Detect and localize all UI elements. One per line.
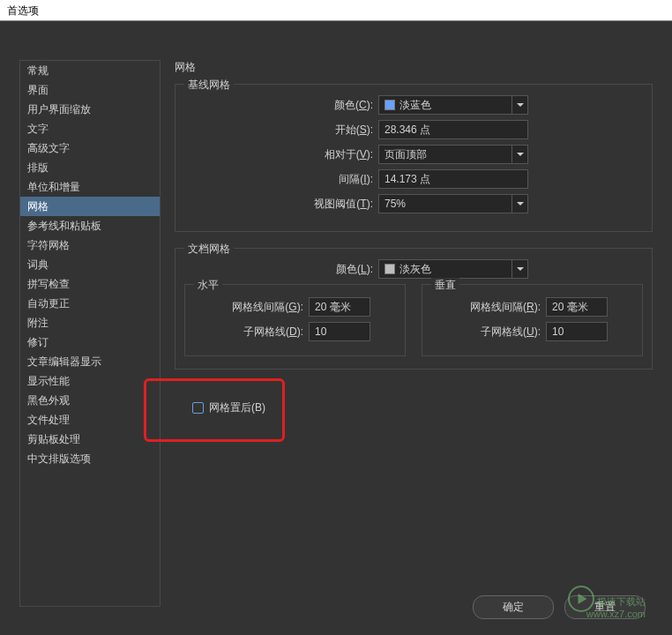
preferences-sidebar[interactable]: 常规界面用户界面缩放文字高级文字排版单位和增量网格参考线和粘贴板字符网格词典拼写… (19, 60, 161, 607)
sidebar-item-16[interactable]: 显示性能 (20, 371, 160, 391)
baseline-color-swatch (385, 100, 395, 110)
h-subdiv-input[interactable] (309, 322, 370, 341)
panel-title: 网格 (175, 60, 653, 75)
v-subdiv-label: 子网格线(U): (431, 325, 546, 340)
vertical-legend: 垂直 (431, 278, 459, 293)
baseline-relative-dropdown[interactable]: 页面顶部 (378, 145, 528, 164)
v-gridline-input[interactable] (546, 297, 608, 317)
sidebar-item-4[interactable]: 高级文字 (20, 138, 160, 158)
baseline-color-label: 颜色(C): (184, 98, 378, 113)
chevron-down-icon (511, 96, 527, 114)
sidebar-item-2[interactable]: 用户界面缩放 (20, 100, 160, 119)
document-color-value: 淡灰色 (399, 262, 431, 277)
sidebar-item-6[interactable]: 单位和增量 (20, 177, 160, 197)
baseline-threshold-dropdown[interactable]: 75% (378, 194, 528, 213)
grids-in-back-label: 网格置后(B) (209, 400, 265, 415)
sidebar-item-7[interactable]: 网格 (20, 197, 160, 216)
document-color-dropdown[interactable]: 淡灰色 (378, 259, 528, 279)
v-gridline-label: 网格线间隔(R): (431, 300, 546, 315)
dialog-title: 首选项 (7, 4, 39, 17)
baseline-start-label: 开始(S): (184, 123, 378, 138)
baseline-spacing-label: 间隔(I): (184, 172, 378, 187)
dialog-body: 常规界面用户界面缩放文字高级文字排版单位和增量网格参考线和粘贴板字符网格词典拼写… (0, 21, 672, 635)
sidebar-item-1[interactable]: 界面 (20, 80, 160, 100)
chevron-down-icon (511, 260, 527, 278)
grids-in-back-row[interactable]: 网格置后(B) (192, 400, 265, 415)
dialog-buttons: 确定 重置 (473, 595, 646, 619)
sidebar-item-18[interactable]: 文件处理 (20, 410, 160, 430)
baseline-color-dropdown[interactable]: 淡蓝色 (378, 95, 528, 115)
chevron-down-icon (511, 195, 527, 213)
dialog-title-bar: 首选项 (0, 0, 672, 21)
horizontal-group: 水平 网格线间隔(G): 子网格线(D): (184, 284, 406, 356)
document-grid-group: 文档网格 颜色(L): 淡灰色 水平 网格线间隔(G): 子 (175, 248, 653, 370)
sidebar-item-17[interactable]: 黑色外观 (20, 391, 160, 410)
document-color-swatch (385, 264, 395, 274)
sidebar-item-13[interactable]: 附注 (20, 313, 160, 332)
h-gridline-input[interactable] (309, 297, 370, 317)
sidebar-item-15[interactable]: 文章编辑器显示 (20, 352, 160, 371)
document-grid-legend: 文档网格 (184, 242, 234, 257)
ok-button[interactable]: 确定 (473, 595, 554, 619)
v-subdiv-input[interactable] (546, 322, 608, 341)
sidebar-item-3[interactable]: 文字 (20, 119, 160, 138)
baseline-grid-group: 基线网格 颜色(C): 淡蓝色 开始(S): 相对于(V): 页面顶部 (175, 84, 653, 232)
sidebar-item-8[interactable]: 参考线和粘贴板 (20, 216, 160, 235)
baseline-start-input[interactable] (378, 120, 528, 139)
baseline-threshold-label: 视图阈值(T): (184, 197, 378, 212)
grids-panel: 网格 基线网格 颜色(C): 淡蓝色 开始(S): 相对于(V): 页面顶部 (175, 60, 653, 385)
h-subdiv-label: 子网格线(D): (194, 325, 309, 340)
baseline-threshold-value: 75% (385, 198, 406, 210)
sidebar-item-12[interactable]: 自动更正 (20, 294, 160, 313)
reset-button[interactable]: 重置 (564, 595, 646, 619)
baseline-relative-value: 页面顶部 (385, 147, 427, 162)
vertical-group: 垂直 网格线间隔(R): 子网格线(U): (422, 284, 643, 356)
baseline-color-value: 淡蓝色 (399, 98, 431, 113)
sidebar-item-10[interactable]: 词典 (20, 255, 160, 274)
sidebar-item-19[interactable]: 剪贴板处理 (20, 430, 160, 449)
sidebar-item-14[interactable]: 修订 (20, 332, 160, 352)
baseline-spacing-input[interactable] (378, 169, 528, 189)
horizontal-legend: 水平 (194, 278, 222, 293)
baseline-grid-legend: 基线网格 (184, 78, 234, 93)
document-color-label: 颜色(L): (184, 262, 378, 277)
chevron-down-icon (511, 146, 527, 163)
sidebar-item-11[interactable]: 拼写检查 (20, 274, 160, 294)
baseline-relative-label: 相对于(V): (184, 147, 378, 162)
sidebar-item-9[interactable]: 字符网格 (20, 235, 160, 255)
sidebar-item-20[interactable]: 中文排版选项 (20, 449, 160, 468)
h-gridline-label: 网格线间隔(G): (194, 300, 309, 315)
grids-in-back-checkbox[interactable] (192, 402, 204, 414)
sidebar-item-0[interactable]: 常规 (20, 61, 160, 80)
sidebar-item-5[interactable]: 排版 (20, 158, 160, 177)
